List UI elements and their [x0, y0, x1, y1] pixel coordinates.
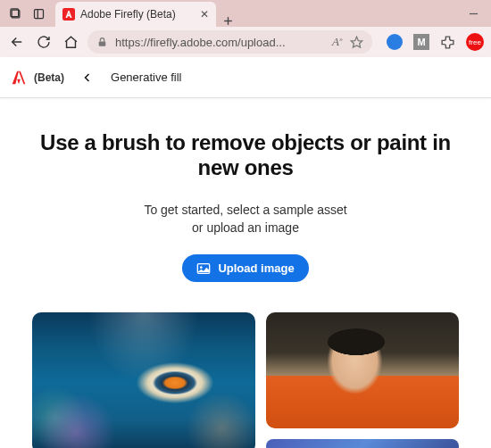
beta-label: (Beta): [34, 71, 64, 84]
workspaces-icon[interactable]: [27, 2, 50, 25]
favorite-icon[interactable]: [350, 36, 363, 49]
svg-rect-2: [34, 9, 43, 18]
svg-point-12: [200, 266, 203, 269]
page-subtitle: To get started, select a sample asset or…: [32, 202, 459, 236]
sample-asset-underwater-fish[interactable]: [32, 312, 255, 448]
main-content: Use a brush to remove objects or paint i…: [0, 98, 491, 448]
nav-home-button[interactable]: [61, 32, 80, 52]
subtitle-line2: or upload an image: [192, 220, 299, 235]
adobe-logo-icon: [9, 68, 29, 87]
tab-actions-icon[interactable]: [4, 2, 27, 25]
nav-refresh-button[interactable]: [34, 32, 54, 52]
upload-button-label: Upload image: [218, 261, 294, 275]
app-logo-group[interactable]: (Beta): [9, 68, 64, 87]
subtitle-line1: To get started, select a sample asset: [144, 203, 346, 217]
app-back-button[interactable]: [77, 67, 98, 88]
svg-rect-10: [9, 68, 29, 87]
svg-marker-9: [351, 37, 362, 47]
sample-asset-abstract[interactable]: [266, 439, 459, 448]
image-icon: [196, 262, 211, 275]
sample-assets-row: [32, 312, 459, 448]
svg-rect-4: [62, 8, 75, 21]
extension-m-icon[interactable]: M: [413, 34, 429, 50]
extensions-icon[interactable]: [440, 35, 455, 50]
page-title: Use a brush to remove objects or paint i…: [32, 130, 459, 180]
window-controls: [469, 9, 487, 19]
reader-mode-icon[interactable]: A»: [332, 35, 343, 49]
tab-close-button[interactable]: ✕: [200, 8, 209, 21]
sample-asset-portrait-cafe[interactable]: [266, 312, 459, 428]
svg-rect-8: [99, 41, 106, 46]
nav-back-button[interactable]: [7, 32, 27, 52]
browser-titlebar: Adobe Firefly (Beta) ✕: [0, 0, 491, 27]
window-minimize-button[interactable]: [469, 9, 479, 19]
toolbar-right-icons: M free: [387, 33, 484, 51]
lock-icon: [96, 37, 108, 48]
upload-image-button[interactable]: Upload image: [182, 254, 308, 282]
firefly-favicon: [62, 8, 75, 21]
tab-title: Adobe Firefly (Beta): [80, 8, 195, 21]
chat-icon[interactable]: [387, 34, 403, 50]
tabstrip: Adobe Firefly (Beta) ✕: [55, 0, 239, 27]
address-bar[interactable]: https://firefly.adobe.com/upload... A»: [87, 30, 372, 54]
address-url: https://firefly.adobe.com/upload...: [115, 36, 325, 49]
app-header: (Beta) Generative fill: [0, 57, 491, 98]
browser-tab-active[interactable]: Adobe Firefly (Beta) ✕: [55, 2, 216, 27]
breadcrumb: Generative fill: [111, 71, 181, 84]
browser-toolbar: https://firefly.adobe.com/upload... A» M…: [0, 27, 491, 57]
profile-avatar[interactable]: free: [466, 33, 484, 51]
new-tab-button[interactable]: [216, 15, 239, 27]
